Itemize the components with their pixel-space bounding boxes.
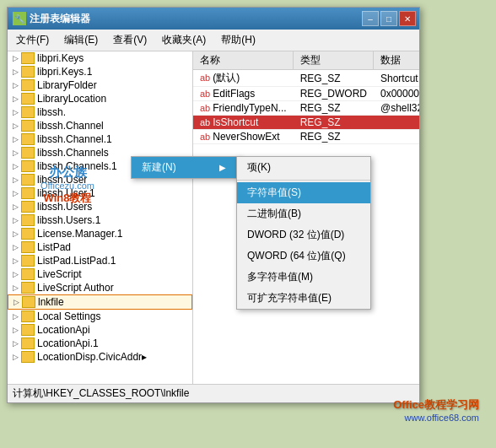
submenu[interactable]: 项(K) 字符串值(S) 二进制值(B) DWORD (32 位)值(D) QW…: [236, 156, 371, 310]
maximize-button[interactable]: □: [380, 11, 397, 26]
tree-item-local-settings[interactable]: ▷ Local Settings: [8, 310, 192, 323]
col-data: 数据: [374, 51, 419, 70]
folder-icon: [21, 160, 35, 172]
submenu-item-key[interactable]: 项(K): [237, 157, 370, 178]
tree-label: License.Manager.1: [37, 228, 122, 240]
menubar: 文件(F) 编辑(E) 查看(V) 收藏夹(A) 帮助(H): [8, 30, 419, 51]
submenu-label: QWORD (64 位)值(Q): [247, 249, 346, 263]
tree-item-locationapi[interactable]: ▷ LocationApi: [8, 323, 192, 337]
folder-icon: [21, 351, 35, 363]
tree-toggle: ▷: [9, 93, 21, 105]
tree-item-libssh-channel[interactable]: ▷ libssh.Channel: [8, 119, 192, 132]
statusbar-text: 计算机\HKEY_CLASSES_ROOT\lnkfile: [13, 386, 189, 401]
table-row-selected[interactable]: abIsShortcut REG_SZ: [193, 116, 419, 130]
row-type: REG_SZ: [294, 130, 374, 144]
tree-item-libssh-users[interactable]: ▷ libssh.Users: [8, 200, 192, 213]
menu-favorites[interactable]: 收藏夹(A): [157, 31, 211, 49]
tree-label: LibraryFolder: [37, 79, 97, 91]
table-row[interactable]: abNeverShowExt REG_SZ: [193, 130, 419, 144]
folder-icon: [21, 241, 35, 253]
tree-label: lnkfile: [38, 296, 64, 308]
row-type: REG_SZ: [294, 116, 374, 130]
tree-item-libssh-user-1[interactable]: ▷ libssh.User.1: [8, 186, 192, 200]
folder-icon: [21, 324, 35, 336]
folder-icon: [22, 296, 35, 308]
row-name: abFriendlyTypeN...: [193, 101, 294, 116]
titlebar-left: 🔧 注册表编辑器: [13, 12, 90, 26]
tree-item-librarylocation[interactable]: ▷ LibraryLocation: [8, 92, 192, 105]
folder-icon: [21, 93, 35, 105]
row-type: REG_SZ: [294, 101, 374, 116]
context-menu-item-new[interactable]: 新建(N) ▶: [132, 157, 240, 178]
folder-icon: [21, 310, 35, 322]
row-name: ab(默认): [193, 70, 294, 87]
tree-label: LiveScript: [37, 268, 82, 280]
submenu-item-binary[interactable]: 二进制值(B): [237, 203, 370, 224]
submenu-item-expandstring[interactable]: 可扩充字符串值(E): [237, 288, 370, 309]
menu-edit[interactable]: 编辑(E): [59, 31, 103, 49]
tree-item-lnkfile[interactable]: ▷ lnkfile: [8, 294, 192, 310]
folder-icon: [21, 133, 35, 145]
submenu-label: 可扩充字符串值(E): [247, 291, 332, 305]
tree-toggle: ▷: [9, 268, 21, 280]
table-row[interactable]: abFriendlyTypeN... REG_SZ @shell32.d: [193, 101, 419, 116]
submenu-label: 二进制值(B): [247, 207, 301, 221]
row-data: [374, 116, 419, 130]
tree-toggle: ▷: [9, 214, 21, 226]
tree-item-locationapi-1[interactable]: ▷ LocationApi.1: [8, 337, 192, 350]
table-row[interactable]: ab(默认) REG_SZ Shortcut: [193, 70, 419, 87]
row-type: REG_SZ: [294, 70, 374, 87]
tree-toggle: ▷: [9, 310, 21, 322]
folder-icon: [21, 282, 35, 294]
tree-label: libpri.Keys: [37, 52, 84, 64]
tree-item-listpad[interactable]: ▷ ListPad: [8, 240, 192, 254]
menu-view[interactable]: 查看(V): [108, 31, 152, 49]
folder-icon: [21, 187, 35, 199]
tree-label: libssh.Channels.1: [37, 160, 117, 172]
tree-item-livescript[interactable]: ▷ LiveScript: [8, 267, 192, 281]
tree-label: libssh.User: [37, 174, 87, 186]
submenu-item-dword[interactable]: DWORD (32 位)值(D): [237, 224, 370, 246]
row-type: REG_DWORD: [294, 87, 374, 101]
folder-icon: [21, 268, 35, 280]
tree-label: libssh.Channel.1: [37, 133, 112, 145]
folder-icon: [21, 337, 35, 349]
submenu-arrow-icon: ▶: [219, 163, 226, 172]
tree-item-libpri-keys[interactable]: ▷ libpri.Keys: [8, 51, 192, 65]
tree-panel[interactable]: ▷ libpri.Keys ▷ libpri.Keys.1 ▷ LibraryF…: [8, 51, 193, 384]
row-name: abIsShortcut: [193, 116, 294, 130]
tree-item-libraryfolder[interactable]: ▷ LibraryFolder: [8, 78, 192, 92]
menu-help[interactable]: 帮助(H): [216, 31, 261, 49]
tree-label: libssh.Channel: [37, 120, 104, 132]
tree-item-license-manager[interactable]: ▷ License.Manager.1: [8, 227, 192, 240]
tree-toggle: ▷: [9, 241, 21, 253]
close-button[interactable]: ✕: [399, 11, 416, 26]
folder-icon: [21, 174, 35, 186]
submenu-item-string[interactable]: 字符串值(S): [237, 182, 370, 203]
tree-toggle: ▷: [9, 351, 21, 363]
tree-item-livescript-author[interactable]: ▷ LiveScript Author: [8, 281, 192, 294]
tree-toggle: ▷: [9, 106, 21, 118]
ab-icon: ab: [200, 89, 210, 99]
context-menu[interactable]: 新建(N) ▶: [131, 156, 240, 179]
folder-icon: [21, 52, 35, 64]
tree-item-locationdisp[interactable]: ▷ LocationDisp.CivicAddr▸: [8, 350, 192, 364]
tree-item-libssh-channel-1[interactable]: ▷ libssh.Channel.1: [8, 132, 192, 146]
tree-item-libssh-users-1[interactable]: ▷ libssh.Users.1: [8, 213, 192, 227]
tree-toggle: ▷: [9, 52, 21, 64]
statusbar: 计算机\HKEY_CLASSES_ROOT\lnkfile: [8, 384, 419, 402]
submenu-item-qword[interactable]: QWORD (64 位)值(Q): [237, 246, 370, 267]
titlebar: 🔧 注册表编辑器 – □ ✕: [8, 8, 419, 30]
ab-icon: ab: [200, 117, 210, 127]
tree-item-libssh[interactable]: ▷ libssh.: [8, 105, 192, 119]
tree-item-libpri-keys-1[interactable]: ▷ libpri.Keys.1: [8, 65, 192, 78]
folder-icon: [21, 66, 35, 78]
submenu-separator: [237, 180, 370, 181]
submenu-item-multistring[interactable]: 多字符串值(M): [237, 267, 370, 288]
tree-label: libssh.Channels: [37, 147, 109, 159]
menu-file[interactable]: 文件(F): [11, 31, 54, 49]
tree-item-listpad-listpad-1[interactable]: ▷ ListPad.ListPad.1: [8, 254, 192, 267]
minimize-button[interactable]: –: [362, 11, 379, 26]
table-row[interactable]: abEditFlags REG_DWORD 0x00000000: [193, 87, 419, 101]
registry-table: 名称 类型 数据 ab(默认) REG_SZ Shortcut abEditFl…: [193, 51, 419, 144]
